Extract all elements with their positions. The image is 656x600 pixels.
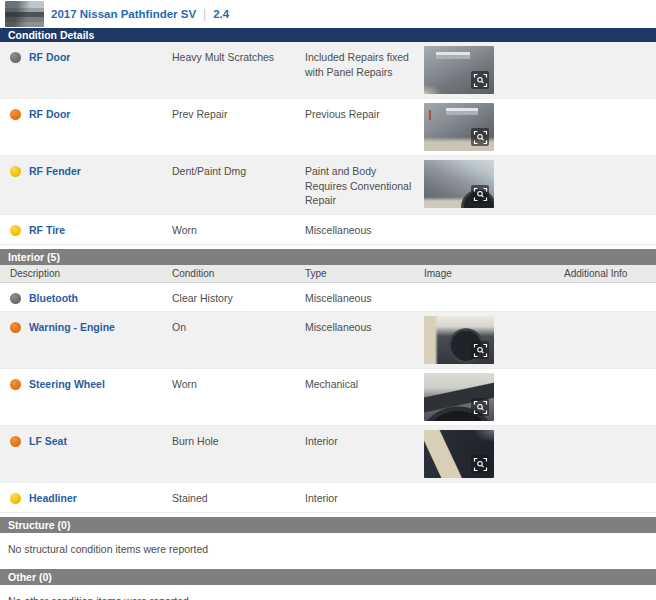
severity-dot-icon — [10, 493, 21, 504]
title-separator: | — [203, 7, 206, 21]
col-image: Image — [424, 265, 564, 282]
table-row: RF Door Heavy Mult Scratches Included Re… — [0, 42, 656, 99]
condition-grade: 2.4 — [213, 8, 229, 20]
type-cell: Previous Repair — [305, 99, 424, 128]
col-description: Description — [0, 265, 172, 282]
vehicle-thumbnail[interactable] — [5, 1, 44, 27]
condition-item-link[interactable]: LF Seat — [29, 434, 67, 449]
condition-item-link[interactable]: Steering Wheel — [29, 377, 105, 392]
structure-section-header: Structure (0) — [0, 517, 656, 533]
damage-photo-thumbnail[interactable] — [424, 46, 494, 94]
structure-empty-message: No structural condition items were repor… — [0, 533, 656, 569]
severity-dot-icon — [10, 225, 21, 236]
additional-info-cell — [564, 283, 656, 297]
table-row: Warning - Engine On Miscellaneous — [0, 312, 656, 369]
additional-info-cell — [564, 99, 656, 113]
additional-info-cell — [564, 312, 656, 326]
zoom-icon[interactable] — [471, 398, 489, 416]
damage-photo-thumbnail[interactable] — [424, 373, 494, 421]
condition-item-link[interactable]: Headliner — [29, 491, 77, 506]
other-empty-message: No other condition items were reported — [0, 585, 656, 600]
severity-dot-icon — [10, 52, 21, 63]
zoom-icon[interactable] — [471, 128, 489, 146]
zoom-icon[interactable] — [471, 341, 489, 359]
damage-photo-thumbnail[interactable] — [424, 103, 494, 151]
other-section-header: Other (0) — [0, 569, 656, 585]
column-header-row: Description Condition Type Image Additio… — [0, 265, 656, 283]
condition-cell: Worn — [172, 215, 305, 244]
table-row: LF Seat Burn Hole Interior — [0, 426, 656, 483]
table-row: RF Fender Dent/Paint Dmg Paint and Body … — [0, 156, 656, 215]
condition-cell: Burn Hole — [172, 426, 305, 455]
additional-info-cell — [564, 156, 656, 170]
severity-dot-icon — [10, 436, 21, 447]
type-cell: Interior — [305, 426, 424, 455]
table-row: Steering Wheel Worn Mechanical — [0, 369, 656, 426]
condition-cell: Prev Repair — [172, 99, 305, 128]
condition-item-link[interactable]: Warning - Engine — [29, 320, 115, 335]
condition-cell: On — [172, 312, 305, 341]
condition-item-link[interactable]: RF Tire — [29, 223, 65, 238]
severity-dot-icon — [10, 166, 21, 177]
damage-photo-thumbnail[interactable] — [424, 316, 494, 364]
type-cell: Miscellaneous — [305, 312, 424, 341]
type-cell: Mechanical — [305, 369, 424, 398]
type-cell: Included Repairs fixed with Panel Repair… — [305, 42, 424, 85]
condition-cell: Clear History — [172, 283, 305, 312]
table-row: Headliner Stained Interior — [0, 483, 656, 513]
vehicle-title: 2017 Nissan Pathfinder SV — [51, 8, 196, 20]
damage-photo-thumbnail[interactable] — [424, 430, 494, 478]
additional-info-cell — [564, 369, 656, 383]
zoom-icon[interactable] — [471, 185, 489, 203]
severity-dot-icon — [10, 293, 21, 304]
damage-photo-thumbnail[interactable] — [424, 160, 494, 208]
type-cell: Miscellaneous — [305, 283, 424, 312]
condition-item-link[interactable]: RF Fender — [29, 164, 81, 179]
type-cell: Interior — [305, 483, 424, 512]
condition-cell: Heavy Mult Scratches — [172, 42, 305, 71]
table-row: Bluetooth Clear History Miscellaneous — [0, 283, 656, 313]
type-cell: Miscellaneous — [305, 215, 424, 244]
severity-dot-icon — [10, 109, 21, 120]
table-row: RF Tire Worn Miscellaneous — [0, 215, 656, 245]
condition-item-link[interactable]: Bluetooth — [29, 291, 78, 306]
zoom-icon[interactable] — [471, 455, 489, 473]
additional-info-cell — [564, 483, 656, 497]
condition-cell: Worn — [172, 369, 305, 398]
condition-cell: Stained — [172, 483, 305, 512]
condition-cell: Dent/Paint Dmg — [172, 156, 305, 185]
condition-details-header: Condition Details — [0, 28, 656, 42]
col-type: Type — [305, 265, 424, 282]
col-condition: Condition — [172, 265, 305, 282]
additional-info-cell — [564, 42, 656, 56]
additional-info-cell — [564, 215, 656, 229]
type-cell: Paint and Body Requires Conventional Rep… — [305, 156, 424, 214]
severity-dot-icon — [10, 322, 21, 333]
vehicle-header: 2017 Nissan Pathfinder SV | 2.4 — [0, 0, 656, 28]
interior-section-header: Interior (5) — [0, 249, 656, 265]
condition-item-link[interactable]: RF Door — [29, 107, 70, 122]
additional-info-cell — [564, 426, 656, 440]
condition-item-link[interactable]: RF Door — [29, 50, 70, 65]
zoom-icon[interactable] — [471, 71, 489, 89]
table-row: RF Door Prev Repair Previous Repair — [0, 99, 656, 156]
severity-dot-icon — [10, 379, 21, 390]
col-additional-info: Additional Info — [564, 265, 656, 282]
